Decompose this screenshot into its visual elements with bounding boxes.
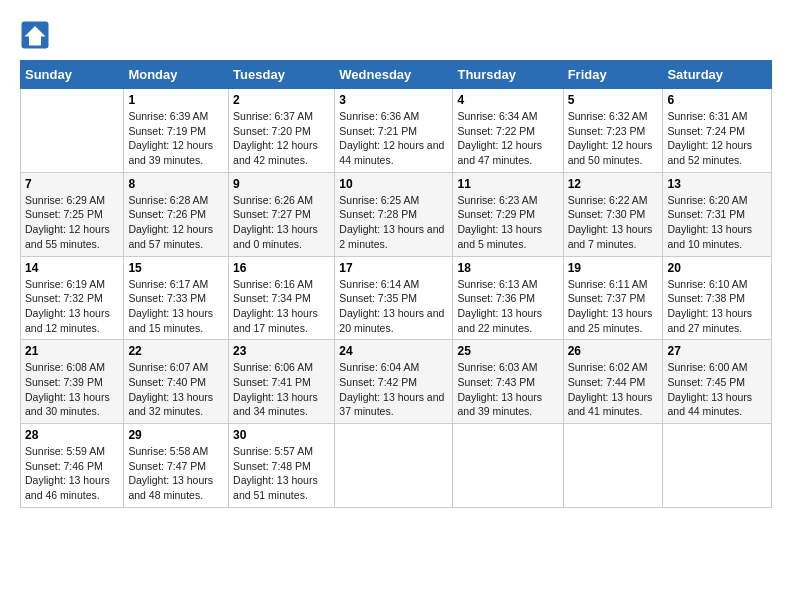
daylight-text: Daylight: 13 hours and 34 minutes.: [233, 390, 330, 419]
day-number: 15: [128, 261, 224, 275]
logo-icon: [20, 20, 50, 50]
daylight-text: Daylight: 12 hours and 50 minutes.: [568, 138, 659, 167]
cell-info: Sunrise: 5:57 AM Sunset: 7:48 PM Dayligh…: [233, 444, 330, 503]
sunrise-text: Sunrise: 6:37 AM: [233, 109, 330, 124]
sunrise-text: Sunrise: 6:02 AM: [568, 360, 659, 375]
cell-info: Sunrise: 6:23 AM Sunset: 7:29 PM Dayligh…: [457, 193, 558, 252]
sunset-text: Sunset: 7:30 PM: [568, 207, 659, 222]
sunset-text: Sunset: 7:38 PM: [667, 291, 767, 306]
daylight-text: Daylight: 13 hours and 48 minutes.: [128, 473, 224, 502]
cell-info: Sunrise: 6:20 AM Sunset: 7:31 PM Dayligh…: [667, 193, 767, 252]
day-number: 27: [667, 344, 767, 358]
daylight-text: Daylight: 13 hours and 51 minutes.: [233, 473, 330, 502]
sunrise-text: Sunrise: 6:32 AM: [568, 109, 659, 124]
sunset-text: Sunset: 7:31 PM: [667, 207, 767, 222]
calendar-cell: 2 Sunrise: 6:37 AM Sunset: 7:20 PM Dayli…: [229, 89, 335, 173]
cell-info: Sunrise: 6:14 AM Sunset: 7:35 PM Dayligh…: [339, 277, 448, 336]
sunset-text: Sunset: 7:20 PM: [233, 124, 330, 139]
sunset-text: Sunset: 7:44 PM: [568, 375, 659, 390]
cell-info: Sunrise: 6:22 AM Sunset: 7:30 PM Dayligh…: [568, 193, 659, 252]
week-row-5: 28 Sunrise: 5:59 AM Sunset: 7:46 PM Dayl…: [21, 424, 772, 508]
calendar-cell: 21 Sunrise: 6:08 AM Sunset: 7:39 PM Dayl…: [21, 340, 124, 424]
calendar-cell: [453, 424, 563, 508]
calendar-cell: 19 Sunrise: 6:11 AM Sunset: 7:37 PM Dayl…: [563, 256, 663, 340]
sunset-text: Sunset: 7:22 PM: [457, 124, 558, 139]
day-number: 20: [667, 261, 767, 275]
cell-info: Sunrise: 6:32 AM Sunset: 7:23 PM Dayligh…: [568, 109, 659, 168]
calendar-cell: 22 Sunrise: 6:07 AM Sunset: 7:40 PM Dayl…: [124, 340, 229, 424]
sunset-text: Sunset: 7:42 PM: [339, 375, 448, 390]
day-number: 30: [233, 428, 330, 442]
calendar-cell: 10 Sunrise: 6:25 AM Sunset: 7:28 PM Dayl…: [335, 172, 453, 256]
daylight-text: Daylight: 12 hours and 52 minutes.: [667, 138, 767, 167]
week-row-4: 21 Sunrise: 6:08 AM Sunset: 7:39 PM Dayl…: [21, 340, 772, 424]
calendar-body: 1 Sunrise: 6:39 AM Sunset: 7:19 PM Dayli…: [21, 89, 772, 508]
sunrise-text: Sunrise: 6:10 AM: [667, 277, 767, 292]
sunrise-text: Sunrise: 6:07 AM: [128, 360, 224, 375]
daylight-text: Daylight: 12 hours and 55 minutes.: [25, 222, 119, 251]
sunset-text: Sunset: 7:37 PM: [568, 291, 659, 306]
header-day-saturday: Saturday: [663, 61, 772, 89]
calendar-cell: 16 Sunrise: 6:16 AM Sunset: 7:34 PM Dayl…: [229, 256, 335, 340]
calendar-cell: 25 Sunrise: 6:03 AM Sunset: 7:43 PM Dayl…: [453, 340, 563, 424]
cell-info: Sunrise: 6:02 AM Sunset: 7:44 PM Dayligh…: [568, 360, 659, 419]
cell-info: Sunrise: 6:28 AM Sunset: 7:26 PM Dayligh…: [128, 193, 224, 252]
calendar-cell: 1 Sunrise: 6:39 AM Sunset: 7:19 PM Dayli…: [124, 89, 229, 173]
sunrise-text: Sunrise: 6:14 AM: [339, 277, 448, 292]
day-number: 3: [339, 93, 448, 107]
sunrise-text: Sunrise: 6:36 AM: [339, 109, 448, 124]
cell-info: Sunrise: 6:36 AM Sunset: 7:21 PM Dayligh…: [339, 109, 448, 168]
sunrise-text: Sunrise: 6:31 AM: [667, 109, 767, 124]
calendar-cell: [563, 424, 663, 508]
daylight-text: Daylight: 13 hours and 2 minutes.: [339, 222, 448, 251]
calendar-table: SundayMondayTuesdayWednesdayThursdayFrid…: [20, 60, 772, 508]
header-day-friday: Friday: [563, 61, 663, 89]
day-number: 14: [25, 261, 119, 275]
day-number: 6: [667, 93, 767, 107]
daylight-text: Daylight: 13 hours and 37 minutes.: [339, 390, 448, 419]
calendar-cell: [663, 424, 772, 508]
calendar-cell: 8 Sunrise: 6:28 AM Sunset: 7:26 PM Dayli…: [124, 172, 229, 256]
day-number: 10: [339, 177, 448, 191]
daylight-text: Daylight: 13 hours and 12 minutes.: [25, 306, 119, 335]
sunrise-text: Sunrise: 6:28 AM: [128, 193, 224, 208]
sunset-text: Sunset: 7:25 PM: [25, 207, 119, 222]
calendar-cell: 12 Sunrise: 6:22 AM Sunset: 7:30 PM Dayl…: [563, 172, 663, 256]
calendar-cell: 29 Sunrise: 5:58 AM Sunset: 7:47 PM Dayl…: [124, 424, 229, 508]
sunset-text: Sunset: 7:28 PM: [339, 207, 448, 222]
day-number: 1: [128, 93, 224, 107]
week-row-3: 14 Sunrise: 6:19 AM Sunset: 7:32 PM Dayl…: [21, 256, 772, 340]
calendar-cell: 20 Sunrise: 6:10 AM Sunset: 7:38 PM Dayl…: [663, 256, 772, 340]
daylight-text: Daylight: 12 hours and 39 minutes.: [128, 138, 224, 167]
calendar-cell: 9 Sunrise: 6:26 AM Sunset: 7:27 PM Dayli…: [229, 172, 335, 256]
cell-info: Sunrise: 6:16 AM Sunset: 7:34 PM Dayligh…: [233, 277, 330, 336]
sunset-text: Sunset: 7:45 PM: [667, 375, 767, 390]
calendar-cell: 23 Sunrise: 6:06 AM Sunset: 7:41 PM Dayl…: [229, 340, 335, 424]
sunrise-text: Sunrise: 6:16 AM: [233, 277, 330, 292]
daylight-text: Daylight: 13 hours and 44 minutes.: [667, 390, 767, 419]
daylight-text: Daylight: 13 hours and 46 minutes.: [25, 473, 119, 502]
sunrise-text: Sunrise: 6:26 AM: [233, 193, 330, 208]
daylight-text: Daylight: 13 hours and 39 minutes.: [457, 390, 558, 419]
sunset-text: Sunset: 7:29 PM: [457, 207, 558, 222]
cell-info: Sunrise: 6:25 AM Sunset: 7:28 PM Dayligh…: [339, 193, 448, 252]
day-number: 5: [568, 93, 659, 107]
calendar-cell: 6 Sunrise: 6:31 AM Sunset: 7:24 PM Dayli…: [663, 89, 772, 173]
sunset-text: Sunset: 7:33 PM: [128, 291, 224, 306]
sunrise-text: Sunrise: 6:20 AM: [667, 193, 767, 208]
logo: [20, 20, 52, 50]
sunrise-text: Sunrise: 6:34 AM: [457, 109, 558, 124]
sunrise-text: Sunrise: 6:23 AM: [457, 193, 558, 208]
sunset-text: Sunset: 7:32 PM: [25, 291, 119, 306]
cell-info: Sunrise: 6:04 AM Sunset: 7:42 PM Dayligh…: [339, 360, 448, 419]
calendar-cell: 14 Sunrise: 6:19 AM Sunset: 7:32 PM Dayl…: [21, 256, 124, 340]
sunrise-text: Sunrise: 6:29 AM: [25, 193, 119, 208]
cell-info: Sunrise: 6:08 AM Sunset: 7:39 PM Dayligh…: [25, 360, 119, 419]
calendar-cell: 4 Sunrise: 6:34 AM Sunset: 7:22 PM Dayli…: [453, 89, 563, 173]
sunrise-text: Sunrise: 6:25 AM: [339, 193, 448, 208]
sunset-text: Sunset: 7:27 PM: [233, 207, 330, 222]
day-number: 2: [233, 93, 330, 107]
sunrise-text: Sunrise: 6:08 AM: [25, 360, 119, 375]
day-number: 13: [667, 177, 767, 191]
cell-info: Sunrise: 6:03 AM Sunset: 7:43 PM Dayligh…: [457, 360, 558, 419]
